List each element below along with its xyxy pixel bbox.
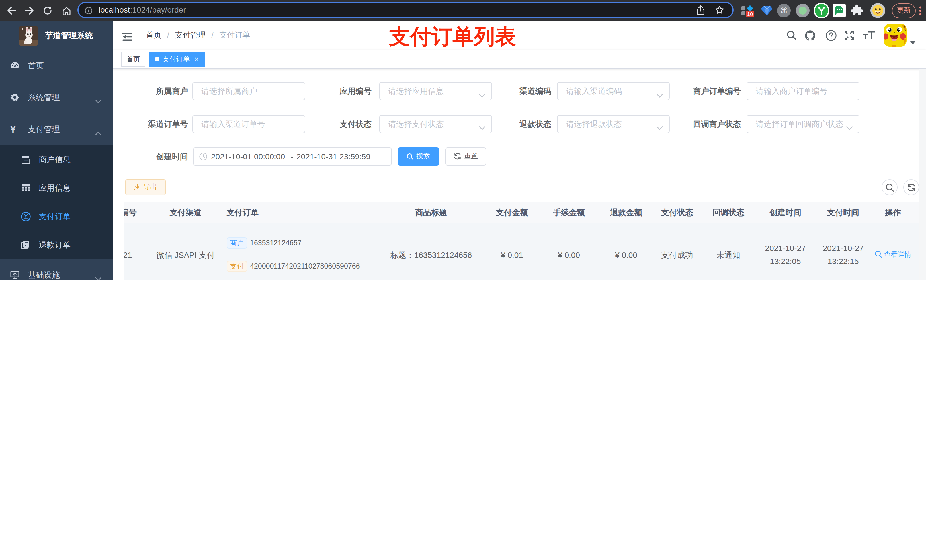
svg-text:⌘: ⌘ <box>780 6 788 15</box>
svg-text:10: 10 <box>747 11 753 17</box>
